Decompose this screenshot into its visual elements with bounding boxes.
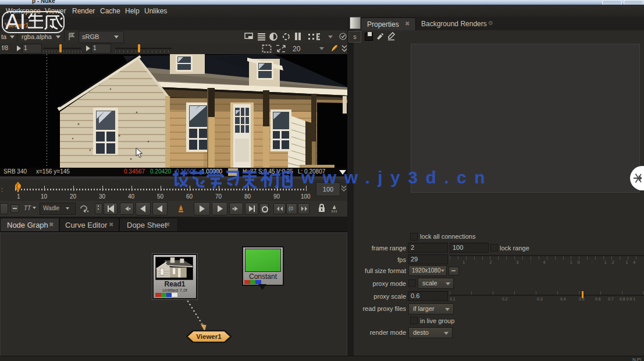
svg-text:Viewer1: Viewer1: [196, 333, 222, 340]
